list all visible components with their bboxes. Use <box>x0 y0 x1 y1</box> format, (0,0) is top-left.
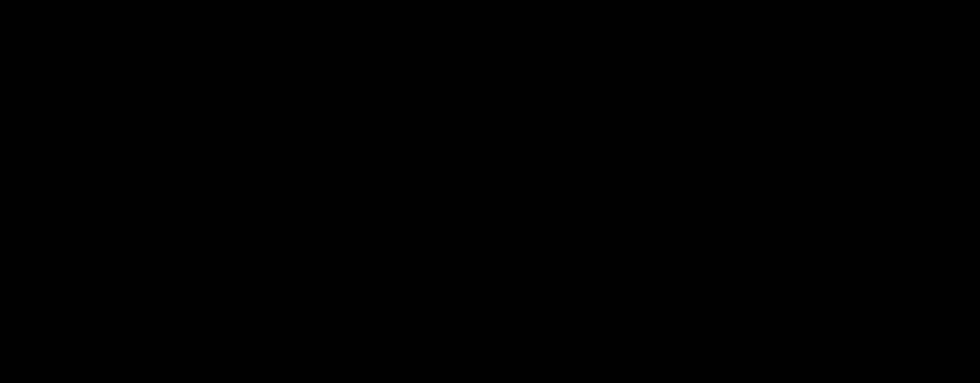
waveform-viewer <box>0 0 980 383</box>
plot-canvas[interactable] <box>0 0 980 383</box>
